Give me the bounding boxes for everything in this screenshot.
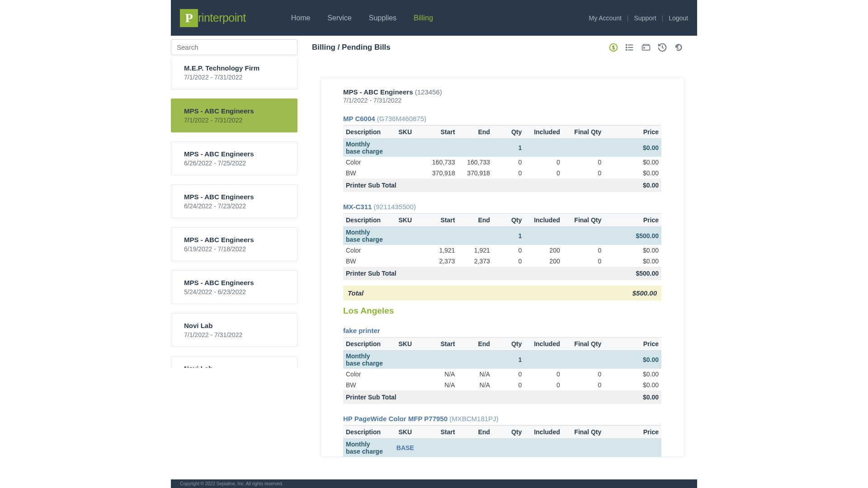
sidebar-item[interactable]: MPS - ABC Engineers6/24/2022 - 7/23/2022	[171, 184, 297, 218]
sidebar-item-name: MPS - ABC Engineers	[184, 107, 286, 115]
printer-block: MX-C311 (9211435500)DescriptionSKUStartE…	[343, 203, 661, 280]
bill-title: MPS - ABC Engineers (123456)	[343, 88, 661, 96]
sidebar-item[interactable]: MPS - ABC Engineers6/26/2022 - 7/25/2022	[171, 141, 297, 175]
svg-point-4	[626, 44, 627, 45]
account-links: My Account | Support | Logout	[589, 14, 688, 22]
total-label: Total	[348, 289, 363, 297]
sidebar-item[interactable]: Novi Lab7/1/2022 - 7/31/2022	[171, 313, 297, 347]
printer-table: DescriptionSKUStartEndQtyIncludedFinal Q…	[343, 337, 661, 404]
sidebar-item[interactable]: MPS - ABC Engineers5/24/2022 - 6/23/2022	[171, 270, 297, 304]
svg-point-8	[644, 47, 645, 48]
receipt-icon[interactable]	[641, 42, 651, 52]
search-input[interactable]	[171, 39, 297, 55]
sidebar-item[interactable]: Novi Lab6/1/2022 - 6/30/2022	[171, 356, 297, 368]
table-row: BWN/AN/A000$0.00	[343, 380, 661, 390]
sidebar-item-name: MPS - ABC Engineers	[184, 150, 286, 158]
base-charge-row: Monthly base charge1$0.00	[343, 351, 661, 369]
sidebar-item-name: Novi Lab	[184, 322, 286, 329]
sidebar-item-name: M.E.P. Technology Firm	[184, 64, 286, 72]
sidebar-item[interactable]: MPS - ABC Engineers7/1/2022 - 7/31/2022	[171, 99, 297, 132]
sidebar-item-dates: 6/19/2022 - 7/18/2022	[184, 245, 286, 253]
export-icon[interactable]	[674, 42, 684, 52]
sidebar-item-dates: 6/24/2022 - 7/23/2022	[184, 202, 286, 210]
sidebar-item-dates: 7/1/2022 - 7/31/2022	[184, 74, 286, 81]
subtotal-row: Printer Sub Total$500.00	[343, 267, 661, 280]
sidebar-item[interactable]: MPS - ABC Engineers6/19/2022 - 7/18/2022	[171, 227, 297, 261]
printer-name[interactable]: MX-C311 (9211435500)	[343, 203, 661, 211]
table-row: BW370,918370,918000$0.00	[343, 168, 661, 178]
svg-point-5	[626, 47, 627, 48]
base-charge-row: Monthly base charge1$500.00	[343, 227, 661, 245]
printer-table: DescriptionSKUStartEndQtyIncludedFinal Q…	[343, 425, 661, 457]
printer-name[interactable]: MP C6004 (G736M460875)	[343, 115, 661, 122]
sidebar-item-name: Novi Lab	[184, 365, 286, 368]
sidebar-item-name: MPS - ABC Engineers	[184, 236, 286, 244]
subtotal-row: Printer Sub Total$0.00	[343, 178, 661, 192]
grand-total-row: Total $500.00	[343, 286, 661, 300]
sidebar-item-dates: 7/1/2022 - 7/31/2022	[184, 117, 286, 124]
table-row: Color1,9211,92102000$0.00	[343, 245, 661, 256]
printer-table: DescriptionSKUStartEndQtyIncludedFinal Q…	[343, 213, 661, 280]
printer-name[interactable]: fake printer	[343, 327, 661, 334]
nav-supplies[interactable]: Supplies	[369, 14, 396, 22]
base-charge-row: Monthly base charge1$0.00	[343, 139, 661, 157]
sidebar-item-dates: 7/1/2022 - 7/31/2022	[184, 331, 286, 338]
printer-block: HP PageWide Color MFP P77950 (MXBCM181PJ…	[343, 415, 661, 457]
printer-table: DescriptionSKUStartEndQtyIncludedFinal Q…	[343, 125, 661, 192]
bill-detail: MPS - ABC Engineers (123456) 7/1/2022 - …	[297, 59, 697, 457]
total-value: $500.00	[632, 289, 657, 297]
printer-block: fake printerDescriptionSKUStartEndQtyInc…	[343, 327, 661, 404]
sidebar-item-name: MPS - ABC Engineers	[184, 279, 286, 286]
logo-p-icon: P	[180, 9, 198, 27]
nav-home[interactable]: Home	[291, 14, 311, 22]
dollar-icon[interactable]	[609, 42, 618, 52]
logo[interactable]: P rinterpoint	[180, 9, 246, 27]
sidebar-item-dates: 5/24/2022 - 6/23/2022	[184, 288, 286, 296]
bill-dates: 7/1/2022 - 7/31/2022	[343, 97, 661, 104]
footer-copyright: Copyright © 2022 Sepialine, Inc. All rig…	[171, 479, 697, 488]
logo-text: rinterpoint	[198, 11, 246, 24]
sidebar-item[interactable]: M.E.P. Technology Firm7/1/2022 - 7/31/20…	[171, 59, 297, 89]
list-icon[interactable]	[625, 42, 635, 52]
table-row: BW2,3732,37302000$0.00	[343, 256, 661, 267]
sidebar-item-name: MPS - ABC Engineers	[184, 193, 286, 201]
base-charge-row: Monthly base chargeBASE	[343, 439, 661, 457]
bills-sidebar: M.E.P. Technology Firm7/1/2022 - 7/31/20…	[171, 59, 297, 457]
main-nav: Home Service Supplies Billing	[291, 14, 589, 22]
action-icons	[609, 42, 697, 52]
page-title: Billing / Pending Bills	[312, 43, 609, 52]
nav-service[interactable]: Service	[327, 14, 351, 22]
topbar: P rinterpoint Home Service Supplies Bill…	[171, 0, 697, 36]
table-row: ColorN/AN/A000$0.00	[343, 369, 661, 380]
subtotal-row: Printer Sub Total$0.00	[343, 390, 661, 404]
support-link[interactable]: Support	[634, 14, 656, 22]
location-header: Los Angeles	[343, 306, 661, 316]
my-account-link[interactable]: My Account	[589, 14, 621, 22]
sidebar-item-dates: 6/26/2022 - 7/25/2022	[184, 160, 286, 167]
table-row: Color160,733160,733000$0.00	[343, 157, 661, 168]
printer-name[interactable]: HP PageWide Color MFP P77950 (MXBCM181PJ…	[343, 415, 661, 422]
printer-block: MP C6004 (G736M460875)DescriptionSKUStar…	[343, 115, 661, 192]
svg-point-6	[626, 49, 627, 50]
logout-link[interactable]: Logout	[669, 14, 688, 22]
nav-billing[interactable]: Billing	[414, 14, 433, 22]
history-icon[interactable]	[657, 42, 667, 52]
